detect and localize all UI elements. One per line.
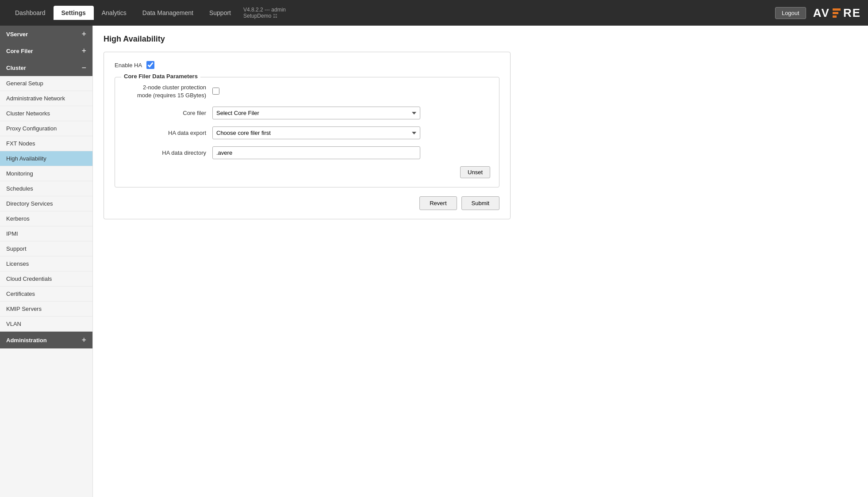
sidebar-section-core-filer[interactable]: Core Filer + bbox=[0, 42, 92, 59]
avere-logo: AV RE bbox=[813, 6, 861, 20]
topbar-right: Logout AV RE bbox=[775, 6, 861, 20]
core-filer-label: Core filer bbox=[124, 109, 212, 117]
ha-data-directory-control: .avere bbox=[212, 146, 490, 159]
content-area: High Availability Enable HA Core Filer D… bbox=[93, 26, 868, 497]
sidebar-item-proxy-configuration[interactable]: Proxy Configuration bbox=[0, 121, 92, 136]
sidebar-item-cluster-networks[interactable]: Cluster Networks bbox=[0, 106, 92, 121]
core-filer-control: Select Core Filer bbox=[212, 107, 490, 119]
tab-support[interactable]: Support bbox=[201, 6, 239, 20]
tab-analytics[interactable]: Analytics bbox=[94, 6, 134, 20]
sidebar-item-administrative-network[interactable]: Administrative Network bbox=[0, 91, 92, 106]
sidebar-item-directory-services[interactable]: Directory Services bbox=[0, 196, 92, 211]
main-layout: VServer + Core Filer + Cluster − General… bbox=[0, 26, 868, 497]
sidebar-section-cluster[interactable]: Cluster − bbox=[0, 59, 92, 76]
revert-button[interactable]: Revert bbox=[419, 196, 457, 210]
sidebar-item-kerberos[interactable]: Kerberos bbox=[0, 211, 92, 226]
sidebar-item-kmip-servers[interactable]: KMIP Servers bbox=[0, 302, 92, 317]
tab-data-management[interactable]: Data Management bbox=[134, 6, 201, 20]
logo-text-av: AV bbox=[813, 6, 830, 20]
logout-button[interactable]: Logout bbox=[775, 7, 806, 19]
unset-row: Unset bbox=[124, 166, 490, 178]
topbar: Dashboard Settings Analytics Data Manage… bbox=[0, 0, 868, 26]
sidebar-item-ipmi[interactable]: IPMI bbox=[0, 226, 92, 241]
setup-icon: ☷ bbox=[273, 13, 277, 19]
cluster-expand-icon: − bbox=[81, 64, 86, 72]
two-node-checkbox[interactable] bbox=[212, 88, 219, 95]
sidebar-item-vlan[interactable]: VLAN bbox=[0, 317, 92, 332]
enable-ha-checkbox[interactable] bbox=[146, 61, 154, 69]
enable-ha-label: Enable HA bbox=[115, 62, 142, 69]
two-node-row: 2-node cluster protectionmode (requires … bbox=[124, 84, 490, 99]
field-group-core-filer-params: Core Filer Data Parameters 2-node cluste… bbox=[115, 77, 499, 187]
sidebar-item-schedules[interactable]: Schedules bbox=[0, 181, 92, 196]
page-title: High Availability bbox=[104, 34, 857, 44]
enable-ha-row: Enable HA bbox=[115, 61, 499, 69]
submit-button[interactable]: Submit bbox=[461, 196, 499, 210]
logo-text-re: RE bbox=[843, 6, 861, 20]
sidebar-item-fxt-nodes[interactable]: FXT Nodes bbox=[0, 136, 92, 151]
sidebar-item-support[interactable]: Support bbox=[0, 241, 92, 256]
form-card: Enable HA Core Filer Data Parameters 2-n… bbox=[104, 52, 511, 219]
version-info: V4.8.2.2 --- admin SetupDemo ☷ bbox=[243, 7, 286, 19]
unset-button[interactable]: Unset bbox=[460, 166, 490, 178]
two-node-control bbox=[212, 88, 490, 96]
administration-expand-icon: + bbox=[81, 336, 86, 344]
sidebar-section-vserver[interactable]: VServer + bbox=[0, 26, 92, 42]
sidebar-item-certificates[interactable]: Certificates bbox=[0, 287, 92, 302]
core-filer-expand-icon: + bbox=[81, 47, 86, 55]
ha-data-export-select[interactable]: Choose core filer first bbox=[212, 126, 420, 139]
sidebar-section-administration[interactable]: Administration + bbox=[0, 332, 92, 348]
sidebar-item-general-setup[interactable]: General Setup bbox=[0, 76, 92, 91]
nav-tabs: Dashboard Settings Analytics Data Manage… bbox=[7, 6, 286, 20]
ha-data-export-row: HA data export Choose core filer first bbox=[124, 126, 490, 139]
ha-data-directory-row: HA data directory .avere bbox=[124, 146, 490, 159]
two-node-label: 2-node cluster protectionmode (requires … bbox=[124, 84, 212, 99]
vserver-expand-icon: + bbox=[81, 30, 86, 38]
action-buttons: Revert Submit bbox=[115, 196, 499, 210]
field-group-legend: Core Filer Data Parameters bbox=[121, 73, 200, 80]
sidebar-item-licenses[interactable]: Licenses bbox=[0, 256, 92, 271]
ha-data-export-label: HA data export bbox=[124, 129, 212, 137]
core-filer-row: Core filer Select Core Filer bbox=[124, 107, 490, 119]
sidebar-item-cloud-credentials[interactable]: Cloud Credentials bbox=[0, 271, 92, 287]
core-filer-select[interactable]: Select Core Filer bbox=[212, 107, 420, 119]
sidebar-item-high-availability[interactable]: High Availability bbox=[0, 151, 92, 166]
tab-dashboard[interactable]: Dashboard bbox=[7, 6, 54, 20]
ha-data-export-control: Choose core filer first bbox=[212, 126, 490, 139]
ha-data-directory-input[interactable]: .avere bbox=[212, 146, 420, 159]
ha-data-directory-label: HA data directory bbox=[124, 149, 212, 157]
sidebar-item-monitoring[interactable]: Monitoring bbox=[0, 166, 92, 181]
logo-bars-icon bbox=[833, 8, 841, 18]
sidebar: VServer + Core Filer + Cluster − General… bbox=[0, 26, 93, 497]
tab-settings[interactable]: Settings bbox=[54, 6, 94, 20]
